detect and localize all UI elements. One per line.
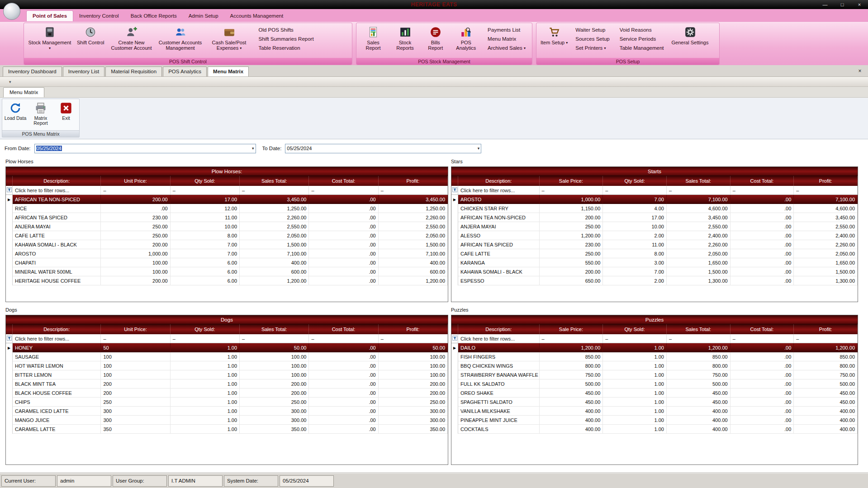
from-date-combo[interactable]: 05/25/2024 ▾: [34, 144, 256, 153]
table-row[interactable]: BITTER LEMON1001.00100.00.00100.00: [6, 370, 448, 379]
column-header-qty-sold[interactable]: Qty Sold:: [171, 176, 240, 186]
column-header-cost-total[interactable]: Cost Total:: [309, 324, 378, 334]
table-row[interactable]: MANGO JUICE3001.00300.00.00300.00: [6, 416, 448, 425]
ribbon-item-service-periods[interactable]: Service Periods: [620, 36, 664, 42]
filter-cell[interactable]: –: [667, 186, 730, 194]
ribbon-button-customer-accounts-management[interactable]: Customer Accounts Management: [157, 24, 204, 57]
column-header-unit-price[interactable]: Unit Price:: [101, 324, 170, 334]
table-row[interactable]: BLACK HOUSE COFFEE2001.00200.00.00200.00: [6, 389, 448, 398]
column-header-sale-price[interactable]: Sale Price:: [540, 176, 603, 186]
load-data-button[interactable]: Load Data: [3, 101, 28, 130]
table-row[interactable]: BLACK MINT TEA2001.00200.00.00200.00: [6, 379, 448, 389]
filter-cell[interactable]: –: [101, 186, 170, 194]
ribbon-button-pos-analytics[interactable]: POS Analytics: [450, 24, 482, 57]
table-row[interactable]: ▶AROSTO1,000.007.007,100.00.007,100.00: [451, 195, 858, 204]
column-header-profit[interactable]: Profit:: [379, 176, 448, 186]
filter-cell[interactable]: –: [101, 334, 170, 343]
table-row[interactable]: KAHAWA SOMALI - BLACK200.007.001,500.00.…: [451, 267, 858, 276]
column-header-profit[interactable]: Profit:: [794, 176, 858, 186]
table-row[interactable]: CHAPATI100.006.00400.00.00400.00: [6, 258, 448, 267]
filter-cell[interactable]: –: [730, 334, 794, 343]
table-row[interactable]: SAUSAGE1001.00100.00.00100.00: [6, 352, 448, 361]
table-row[interactable]: PINEAPPLE MINT JUICE400.001.00400.00.004…: [451, 416, 858, 425]
table-row[interactable]: CHIPS2501.00250.00.00250.00: [6, 398, 448, 407]
table-row[interactable]: AROSTO1,000.007.007,100.00.007,100.00: [6, 249, 448, 258]
ribbon-tab-point-of-sales[interactable]: Point of Sales: [26, 10, 73, 21]
doc-tab-material-requisition[interactable]: Material Requisition: [105, 66, 162, 76]
doc-tab-pos-analytics[interactable]: POS Analytics: [163, 66, 207, 76]
table-row[interactable]: VANILLA MILKSHAKE400.001.00400.00.00400.…: [451, 407, 858, 416]
table-row[interactable]: FISH FINGERS850.001.00850.00.00850.00: [451, 352, 858, 361]
table-row[interactable]: ▶AFRICAN TEA NON-SPICED200.0017.003,450.…: [6, 195, 448, 204]
matrix-report-button[interactable]: Matrix Report: [28, 101, 53, 130]
table-row[interactable]: CAFE LATTE250.008.002,050.00.002,050.00: [451, 249, 858, 258]
ribbon-item-old-pos-shifts[interactable]: Old POS Shifts: [259, 27, 314, 33]
filter-cell[interactable]: –: [171, 186, 240, 194]
table-row[interactable]: ANJERA MAYAI250.0010.002,550.00.002,550.…: [451, 222, 858, 231]
filter-cell[interactable]: Click here to filter rows...: [13, 186, 101, 194]
column-header-profit[interactable]: Profit:: [794, 324, 858, 334]
ribbon-button-general-settings[interactable]: General Settings: [669, 24, 711, 57]
filter-cell[interactable]: Click here to filter rows...: [458, 186, 540, 194]
column-header-sales-total[interactable]: Sales Total:: [240, 324, 309, 334]
minimize-button[interactable]: —: [816, 0, 834, 9]
ribbon-button-stock-management[interactable]: Stock Management ▾: [26, 24, 74, 57]
doc-tab-inventory-dashboard[interactable]: Inventory Dashboard: [3, 66, 62, 76]
table-row[interactable]: RICE.0012.001,250.00.001,250.00: [6, 204, 448, 213]
to-date-combo[interactable]: 05/25/2024 ▾: [285, 144, 481, 153]
filter-cell[interactable]: –: [667, 334, 730, 343]
ribbon-tab-accounts-management[interactable]: Accounts Management: [224, 11, 289, 21]
column-header-profit[interactable]: Profit:: [379, 324, 448, 334]
ribbon-button-stock-reports[interactable]: Stock Reports: [389, 24, 421, 57]
table-row[interactable]: AFRICAN TEA NON-SPICED200.0017.003,450.0…: [451, 213, 858, 222]
application-menu-button[interactable]: [3, 3, 20, 20]
column-header-description[interactable]: Description:: [458, 176, 540, 186]
filter-cell[interactable]: –: [603, 186, 667, 194]
filter-cell[interactable]: –: [240, 334, 309, 343]
table-row[interactable]: AFRICAN TEA SPICED230.0011.002,260.00.00…: [6, 213, 448, 222]
ribbon-item-table-reservation[interactable]: Table Reservation: [259, 45, 314, 51]
table-row[interactable]: FULL KK SALDATO500.001.00500.00.00500.00: [451, 379, 858, 389]
table-row[interactable]: HERITAGE HOUSE COFFEE200.006.001,200.00.…: [6, 276, 448, 285]
table-row[interactable]: ESPESSO650.002.001,300.00.001,300.00: [451, 276, 858, 285]
ribbon-button-create-new-customer-account[interactable]: Create New Customer Account: [108, 24, 156, 57]
column-header-qty-sold[interactable]: Qty Sold:: [171, 324, 240, 334]
table-row[interactable]: CHICKEN STAR FRY1,150.004.004,600.00.004…: [451, 204, 858, 213]
column-header-cost-total[interactable]: Cost Total:: [730, 176, 794, 186]
table-row[interactable]: ▶DAILO1,200.001.001,200.00.001,200.00: [451, 343, 858, 352]
grid-filter-row[interactable]: Click here to filter rows...–––––: [451, 334, 858, 343]
ribbon-item-waiter-setup[interactable]: Waiter Setup: [575, 27, 609, 33]
ribbon-item-archived-sales[interactable]: Archived Sales ▾: [488, 45, 526, 51]
filter-cell[interactable]: –: [379, 186, 448, 194]
grid-filter-row[interactable]: Click here to filter rows...–––––: [6, 186, 448, 195]
table-row[interactable]: BBQ CHICKEN WINGS800.001.00800.00.00800.…: [451, 361, 858, 370]
doc-tab-inventory-list[interactable]: Inventory List: [63, 66, 104, 76]
table-row[interactable]: CAFE LATTE250.008.002,050.00.002,050.00: [6, 231, 448, 240]
filter-cell[interactable]: –: [309, 186, 378, 194]
chevron-down-icon[interactable]: ▾: [252, 146, 254, 151]
filter-cell[interactable]: –: [309, 334, 378, 343]
column-header-cost-total[interactable]: Cost Total:: [730, 324, 794, 334]
table-row[interactable]: ▶HONEY501.0050.00.0050.00: [6, 343, 448, 352]
document-close-icon[interactable]: ×: [856, 68, 863, 74]
ribbon-button-item-setup[interactable]: Item Setup ▾: [538, 24, 570, 57]
ribbon-item-set-printers[interactable]: Set Printers ▾: [575, 45, 609, 51]
table-row[interactable]: CARAMEL LATTE3501.00350.00.00350.00: [6, 425, 448, 434]
filter-cell[interactable]: –: [794, 334, 858, 343]
column-header-qty-sold[interactable]: Qty Sold:: [603, 176, 667, 186]
table-row[interactable]: AFRICAN TEA SPICED230.0011.002,260.00.00…: [451, 240, 858, 249]
chevron-down-icon[interactable]: ▾: [478, 146, 480, 151]
ribbon-tab-back-office-reports[interactable]: Back Office Reports: [125, 11, 183, 21]
filter-cell[interactable]: –: [794, 186, 858, 194]
filter-cell[interactable]: –: [603, 334, 667, 343]
table-row[interactable]: COCKTAILS400.001.00400.00.00400.00: [451, 425, 858, 434]
column-header-unit-price[interactable]: Unit Price:: [101, 176, 170, 186]
column-header-sales-total[interactable]: Sales Total:: [667, 176, 730, 186]
doc-tab-menu-matrix[interactable]: Menu Matrix: [208, 66, 249, 76]
filter-cell[interactable]: –: [540, 334, 603, 343]
column-header-description[interactable]: Description:: [13, 324, 101, 334]
filter-cell[interactable]: –: [540, 186, 603, 194]
column-header-sales-total[interactable]: Sales Total:: [667, 324, 730, 334]
table-row[interactable]: MINERAL WATER 500ML100.006.00600.00.0060…: [6, 267, 448, 276]
table-row[interactable]: KARANGA550.003.001,650.00.001,650.00: [451, 258, 858, 267]
